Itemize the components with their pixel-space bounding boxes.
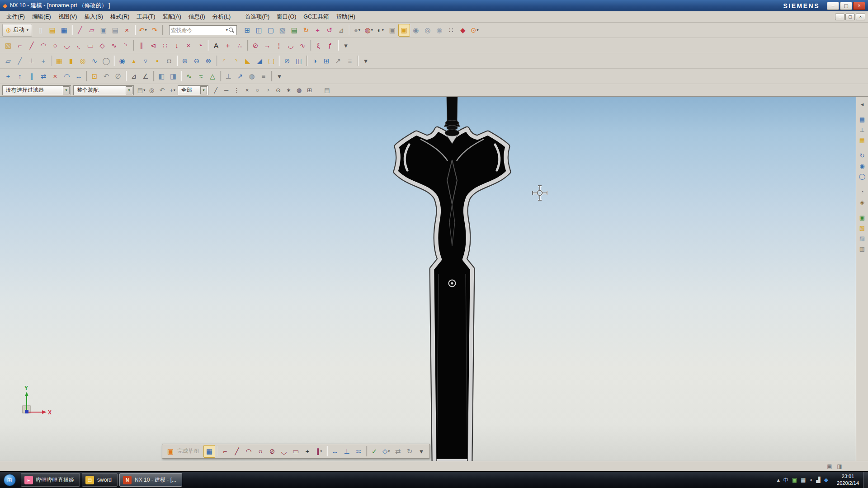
new-window-button[interactable]: ▢	[265, 24, 277, 37]
show-hide-button[interactable]: ◍	[246, 70, 258, 83]
snap-point-on-face-button[interactable]: ◍	[294, 85, 304, 95]
studio-spline-button[interactable]: ∿	[108, 39, 120, 52]
trim-body-button[interactable]: ⊘	[281, 55, 293, 67]
arc-button[interactable]: ◠	[38, 39, 49, 52]
alternate-solution-button[interactable]: ↻	[404, 445, 415, 458]
intersect-button[interactable]: ⊗	[203, 55, 214, 67]
copy-button[interactable]: ▣	[98, 24, 109, 37]
child-close-button[interactable]: ×	[856, 14, 865, 20]
measure-angle-button[interactable]: ∠	[140, 70, 151, 83]
part-navigator-button[interactable]: ▦	[857, 136, 867, 145]
polygon-button[interactable]: ◇	[96, 39, 108, 52]
search-dropdown-icon[interactable]: ▾	[226, 28, 228, 32]
offset-curve-button[interactable]: ∥	[136, 39, 147, 52]
selection-scope-button[interactable]: ▤▾	[136, 85, 146, 95]
sketch-feature-button[interactable]: ▦	[53, 55, 65, 67]
graphics-tray[interactable]: ▦	[799, 477, 807, 483]
menu-help[interactable]: 帮助(H)	[333, 12, 359, 22]
extrude-button[interactable]: ▮	[65, 55, 77, 67]
menu-insert[interactable]: 插入(S)	[80, 12, 107, 22]
hd3d-tools-button[interactable]: ◉	[857, 161, 867, 171]
selection-dialog-button[interactable]: ▤	[322, 85, 332, 95]
system-scenes-button[interactable]: ▨	[857, 234, 867, 243]
hole-button[interactable]: ◉	[116, 55, 128, 67]
status-panel-toggle-button[interactable]: ◨	[835, 462, 844, 471]
menu-file[interactable]: 文件(F)	[3, 12, 28, 22]
intersection-curve-button[interactable]: ×	[183, 39, 194, 52]
network[interactable]: ▟	[815, 477, 822, 483]
system-materials-button[interactable]: ◈	[857, 197, 867, 207]
render-style-wireframe-button[interactable]: ◍▾	[363, 24, 375, 37]
suppress-feature-button[interactable]: ∅	[112, 70, 124, 83]
selection-scope-combo[interactable]: 整个装配 ▼	[73, 85, 134, 95]
menu-view[interactable]: 视图(V)	[55, 12, 81, 22]
curve-gallery-button[interactable]: ▾	[340, 39, 352, 52]
sweep-along-guide-button[interactable]: ∿	[89, 55, 100, 67]
snap-quadrant-button[interactable]: ◔	[263, 85, 273, 95]
fit-view-button[interactable]: ⊿	[335, 24, 347, 37]
snap-point-options-button[interactable]: +▾	[167, 85, 178, 95]
menu-information[interactable]: 信息(I)	[185, 12, 209, 22]
background-style-button[interactable]: ▣	[387, 24, 398, 37]
menu-gc-toolbox[interactable]: GC工具箱	[300, 12, 332, 22]
menu-tools[interactable]: 工具(T)	[133, 12, 159, 22]
previous-selection-button[interactable]: ↶	[157, 85, 167, 95]
mirror-curve-button[interactable]: ⊲	[147, 39, 159, 52]
templates-button[interactable]: ▥	[857, 244, 867, 253]
extend-curve-button[interactable]: →	[261, 39, 273, 52]
snap-midpoint-button[interactable]: ─	[221, 85, 231, 95]
sketch-rectangle-button[interactable]: ▭	[290, 445, 302, 458]
delete-button[interactable]: ×	[121, 24, 133, 37]
wcs-triad[interactable]: Y X	[23, 385, 52, 416]
unite-button[interactable]: ⊕	[179, 55, 191, 67]
command-pattern-button[interactable]: ∷	[445, 24, 457, 37]
ime-indicator[interactable]: 中	[782, 477, 790, 483]
maximize-button[interactable]: ▢	[840, 2, 852, 10]
snap-arc-center-button[interactable]: ○	[252, 85, 263, 95]
line-button[interactable]: ╱	[26, 39, 38, 52]
true-shading-button[interactable]: ▣	[398, 24, 410, 37]
chamfer-button[interactable]: ◣	[242, 55, 254, 67]
sketch-line-button[interactable]: ╱	[231, 445, 243, 458]
paste-button[interactable]: ▤	[109, 24, 121, 37]
display-sketch-constraints-button[interactable]: ✓	[368, 445, 380, 458]
role-advanced-button[interactable]: ◎	[422, 24, 434, 37]
snap-intersection-button[interactable]: ×	[242, 85, 252, 95]
circle-button[interactable]: ○	[49, 39, 61, 52]
task-bilibili-live[interactable]: ▸哔哩哔哩直播姬	[21, 473, 80, 487]
sketch-display-toggle-button[interactable]: ▦	[203, 445, 215, 458]
rapid-dimension-button[interactable]: ↔	[329, 445, 341, 458]
move-object-button[interactable]: ↗	[234, 70, 246, 83]
emboss-button[interactable]: ◘	[163, 55, 175, 67]
snap-existing-point-button[interactable]: ⊙	[273, 85, 283, 95]
undo-button[interactable]: ↶▾	[137, 24, 149, 37]
make-symmetric-button[interactable]: ≍	[353, 445, 364, 458]
windows-start-button[interactable]: ⊞	[0, 472, 19, 488]
assembly-navigator-button[interactable]: ▤	[857, 115, 867, 124]
menu-edit[interactable]: 编辑(E)	[28, 12, 55, 22]
sketch-circle-button[interactable]: ○	[255, 445, 266, 458]
finish-sketch-button[interactable]: ▣	[165, 445, 176, 458]
messenger[interactable]: ▣	[790, 477, 799, 483]
wcs-dynamics-button[interactable]: ⊥	[222, 70, 234, 83]
render-style-shaded-button[interactable]: ◐▾	[375, 24, 387, 37]
task-nx[interactable]: NNX 10 - 建模 - [...	[119, 473, 182, 487]
render-style-studio-button[interactable]: ●▾	[351, 24, 363, 37]
redo-button[interactable]: ↷	[149, 24, 160, 37]
geometric-constraints-button[interactable]: ⊥	[341, 445, 353, 458]
snap-point-combo[interactable]: 全部 ▼	[178, 85, 208, 95]
scale-body-button[interactable]: ↗	[332, 55, 344, 67]
rotate-view-button[interactable]: ↺	[324, 24, 335, 37]
delete-face-button[interactable]: ×	[49, 70, 61, 83]
rectangle-button[interactable]: ▭	[85, 39, 96, 52]
menu-window[interactable]: 窗口(O)	[273, 12, 300, 22]
feature-rollback-button[interactable]: ↶	[100, 70, 112, 83]
highlight-selection-button[interactable]: ◎	[146, 85, 157, 95]
mirror-feature-button[interactable]: ◑	[309, 55, 321, 67]
draft-button[interactable]: ◢	[254, 55, 265, 67]
touch-mode-button[interactable]: ⊞	[241, 24, 253, 37]
offset-region-button[interactable]: ∥	[26, 70, 38, 83]
thicken-button[interactable]: ≡	[344, 55, 356, 67]
roles-button[interactable]: ▧	[857, 223, 867, 233]
window-layout-button[interactable]: ◫	[253, 24, 265, 37]
